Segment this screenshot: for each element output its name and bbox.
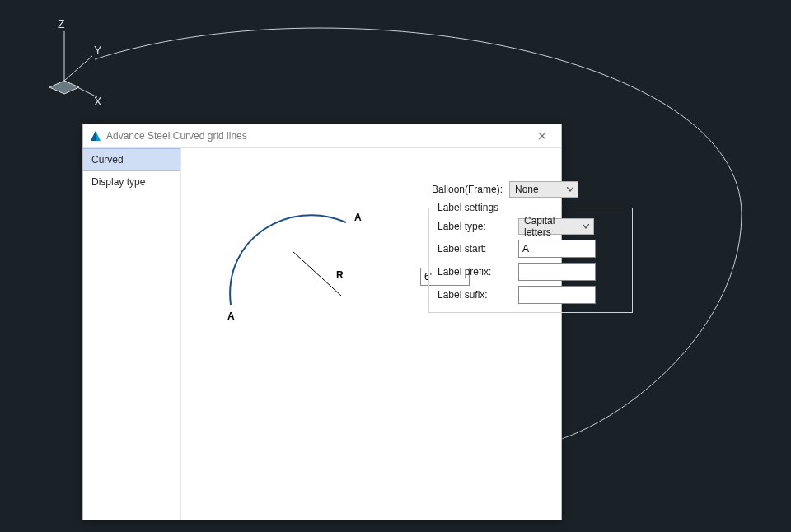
label-settings-group: Label settings Label type: Capital lette… bbox=[428, 208, 633, 313]
label-prefix-input[interactable] bbox=[518, 263, 596, 281]
svg-marker-6 bbox=[91, 131, 96, 141]
preview-end-label: A bbox=[354, 212, 362, 223]
preview-start-label: A bbox=[227, 310, 235, 321]
curved-grid-dialog: Advance Steel Curved grid lines Curved D… bbox=[82, 124, 562, 520]
balloon-frame-label: Balloon(Frame): bbox=[428, 184, 503, 195]
grid-preview: A A R bbox=[198, 173, 387, 321]
label-type-label: Label type: bbox=[438, 221, 512, 232]
chevron-down-icon bbox=[566, 184, 574, 194]
sidebar-item-curved[interactable]: Curved bbox=[83, 148, 180, 171]
dialog-content: A A R Balloon(Frame): None bbox=[181, 148, 561, 520]
svg-line-3 bbox=[64, 81, 97, 97]
axis-label-z: Z bbox=[58, 17, 65, 30]
axis-label-x: X bbox=[94, 95, 102, 108]
label-start-input[interactable] bbox=[518, 240, 596, 258]
preview-radius-label: R bbox=[336, 269, 344, 281]
balloon-frame-select[interactable]: None bbox=[509, 181, 578, 198]
svg-line-2 bbox=[64, 56, 92, 81]
label-suffix-label: Label sufix: bbox=[438, 289, 512, 301]
radius-line bbox=[293, 251, 342, 296]
sidebar-item-display-type[interactable]: Display type bbox=[83, 171, 180, 193]
dialog-sidebar: Curved Display type bbox=[83, 148, 181, 520]
preview-arc bbox=[230, 215, 346, 305]
close-button[interactable] bbox=[530, 128, 555, 144]
close-icon bbox=[538, 132, 546, 140]
label-type-select[interactable]: Capital letters bbox=[518, 218, 594, 235]
axis-label-y: Y bbox=[94, 44, 102, 57]
svg-marker-4 bbox=[49, 81, 79, 94]
label-start-label: Label start: bbox=[438, 243, 512, 254]
dialog-titlebar[interactable]: Advance Steel Curved grid lines bbox=[83, 124, 561, 148]
axis-gizmo: Z Y X bbox=[33, 16, 132, 115]
dialog-title: Advance Steel Curved grid lines bbox=[106, 130, 247, 142]
chevron-down-icon bbox=[582, 222, 590, 231]
label-suffix-input[interactable] bbox=[518, 286, 596, 304]
balloon-frame-value: None bbox=[515, 184, 539, 195]
app-icon bbox=[90, 130, 101, 142]
label-type-value: Capital letters bbox=[524, 215, 578, 238]
label-prefix-label: Label prefix: bbox=[438, 266, 512, 278]
cad-viewport: Z Y X Advance Steel Curved grid lines Cu… bbox=[0, 0, 791, 532]
label-settings-legend: Label settings bbox=[434, 202, 502, 213]
